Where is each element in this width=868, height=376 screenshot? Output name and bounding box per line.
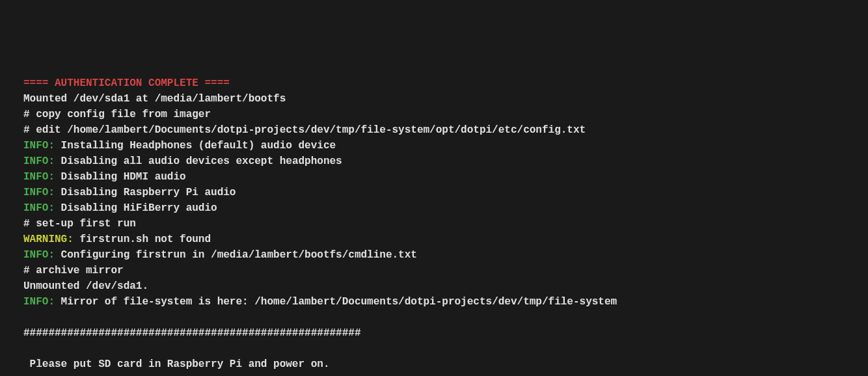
terminal-segment: INFO: (23, 171, 55, 183)
terminal-segment: firstrun.sh not found (74, 234, 211, 245)
terminal-segment: Mirror of file-system is here: /home/lam… (55, 296, 617, 308)
terminal-line: ==== AUTHENTICATION COMPLETE ==== (23, 75, 845, 91)
terminal-segment: Disabling HiFiBerry audio (55, 202, 217, 214)
terminal-line: ########################################… (23, 325, 845, 341)
terminal-line: WARNING: firstrun.sh not found (23, 232, 845, 247)
terminal-segment: # edit /home/lambert/Documents/dotpi-pro… (23, 124, 586, 136)
terminal-output: ==== AUTHENTICATION COMPLETE ====Mounted… (23, 75, 845, 376)
terminal-line: INFO: Disabling HDMI audio (23, 169, 845, 185)
terminal-line (23, 310, 845, 325)
terminal-line: # edit /home/lambert/Documents/dotpi-pro… (23, 122, 845, 138)
terminal-line: INFO: Installing Headphones (default) au… (23, 138, 845, 154)
terminal-segment: Installing Headphones (default) audio de… (55, 140, 336, 152)
terminal-segment: # archive mirror (23, 265, 124, 276)
terminal-line: INFO: Disabling all audio devices except… (23, 154, 845, 169)
terminal-segment: ==== AUTHENTICATION COMPLETE ==== (23, 77, 230, 89)
terminal-segment: ########################################… (23, 327, 360, 339)
terminal-segment: INFO: (23, 187, 55, 198)
terminal-line (23, 341, 845, 356)
terminal-line: Unmounted /dev/sda1. (23, 278, 845, 294)
terminal-segment: Please put SD card in Raspberry Pi and p… (23, 358, 329, 370)
terminal-segment: # copy config file from imager (23, 109, 211, 120)
terminal-segment: Disabling Raspberry Pi audio (55, 187, 236, 198)
terminal-segment: INFO: (23, 249, 55, 261)
terminal-segment: Disabling HDMI audio (55, 171, 186, 183)
terminal-line (23, 372, 845, 376)
terminal-segment: INFO: (23, 140, 55, 152)
terminal-segment: WARNING: (23, 234, 74, 245)
terminal-segment: INFO: (23, 202, 55, 214)
terminal-line: INFO: Configuring firstrun in /media/lam… (23, 247, 845, 263)
terminal-segment: # set-up first run (23, 218, 136, 230)
terminal-segment: Disabling all audio devices except headp… (55, 155, 342, 167)
terminal-line: Please put SD card in Raspberry Pi and p… (23, 356, 845, 372)
terminal-segment: Configuring firstrun in /media/lambert/b… (55, 249, 417, 261)
terminal-line: INFO: Mirror of file-system is here: /ho… (23, 294, 845, 310)
terminal-segment: Unmounted /dev/sda1. (23, 280, 148, 292)
terminal-segment: INFO: (23, 296, 55, 308)
terminal-line: # set-up first run (23, 216, 845, 232)
terminal-line: INFO: Disabling HiFiBerry audio (23, 200, 845, 216)
terminal-segment: Mounted /dev/sda1 at /media/lambert/boot… (23, 93, 286, 105)
terminal-line: # copy config file from imager (23, 107, 845, 122)
terminal-line: Mounted /dev/sda1 at /media/lambert/boot… (23, 91, 845, 107)
terminal-segment: INFO: (23, 155, 55, 167)
terminal-line: # archive mirror (23, 263, 845, 278)
terminal-line: INFO: Disabling Raspberry Pi audio (23, 185, 845, 200)
